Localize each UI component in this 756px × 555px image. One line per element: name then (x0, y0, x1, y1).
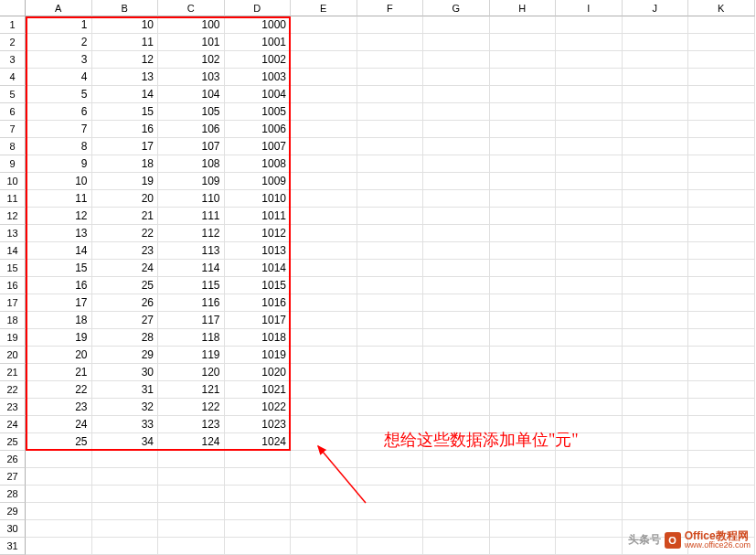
cell[interactable]: 19 (92, 173, 159, 190)
cell[interactable]: 112 (158, 225, 225, 242)
cell[interactable]: 22 (26, 381, 92, 399)
column-header[interactable]: E (291, 0, 357, 16)
cell[interactable]: 11 (92, 34, 159, 51)
cell[interactable] (26, 538, 92, 555)
cell[interactable] (490, 69, 557, 86)
cell[interactable] (688, 364, 755, 381)
cell[interactable] (291, 381, 357, 399)
cell[interactable] (623, 242, 689, 260)
cell[interactable] (357, 277, 424, 294)
cell[interactable] (291, 16, 357, 34)
cell[interactable] (490, 451, 557, 468)
cell[interactable]: 1003 (225, 69, 292, 86)
cell[interactable] (556, 190, 623, 208)
column-header[interactable]: A (26, 0, 92, 16)
cell[interactable] (291, 138, 357, 155)
cell[interactable] (688, 486, 755, 503)
cell[interactable] (490, 190, 557, 208)
cell[interactable] (357, 69, 424, 86)
cell[interactable] (357, 51, 424, 69)
row-header[interactable]: 25 (0, 433, 26, 451)
cell[interactable] (490, 86, 557, 103)
cell[interactable] (26, 503, 92, 520)
column-header[interactable]: D (225, 0, 292, 16)
cell[interactable] (423, 381, 490, 399)
cell[interactable] (688, 51, 755, 69)
cell[interactable] (291, 86, 357, 103)
cell[interactable] (291, 173, 357, 190)
cell[interactable]: 5 (26, 86, 92, 103)
cell[interactable]: 1024 (225, 433, 292, 451)
cell[interactable] (357, 329, 424, 347)
cell[interactable]: 29 (92, 347, 159, 364)
cell[interactable] (556, 34, 623, 51)
cell[interactable]: 12 (92, 51, 159, 69)
cell[interactable]: 25 (92, 277, 159, 294)
cell[interactable] (291, 121, 357, 138)
cell[interactable] (490, 312, 557, 329)
cell[interactable] (556, 51, 623, 69)
cell[interactable] (423, 155, 490, 173)
cell[interactable] (225, 538, 292, 555)
cell[interactable]: 10 (92, 16, 159, 34)
cell[interactable] (158, 503, 225, 520)
cell[interactable]: 1022 (225, 399, 292, 416)
cell[interactable]: 28 (92, 329, 159, 347)
cell[interactable]: 17 (92, 138, 159, 155)
cell[interactable]: 19 (26, 329, 92, 347)
cell[interactable] (357, 294, 424, 312)
cell[interactable] (490, 51, 557, 69)
cell[interactable]: 10 (26, 173, 92, 190)
cell[interactable] (556, 138, 623, 155)
cell[interactable] (556, 538, 623, 555)
cell[interactable]: 1005 (225, 103, 292, 121)
cell[interactable]: 124 (158, 433, 225, 451)
cell[interactable] (423, 138, 490, 155)
cell[interactable] (688, 155, 755, 173)
cell[interactable] (92, 538, 159, 555)
row-header[interactable]: 2 (0, 34, 26, 51)
cell[interactable] (490, 34, 557, 51)
cell[interactable] (688, 468, 755, 486)
cell[interactable] (556, 486, 623, 503)
row-header[interactable]: 30 (0, 520, 26, 538)
cell[interactable]: 18 (26, 312, 92, 329)
cell[interactable] (490, 329, 557, 347)
cell[interactable] (688, 503, 755, 520)
cell[interactable]: 1014 (225, 260, 292, 277)
cell[interactable] (26, 468, 92, 486)
cell[interactable] (490, 260, 557, 277)
cell[interactable] (623, 16, 689, 34)
cell[interactable]: 30 (92, 364, 159, 381)
cell[interactable]: 1019 (225, 347, 292, 364)
row-header[interactable]: 26 (0, 451, 26, 468)
cell[interactable] (291, 225, 357, 242)
cell[interactable] (688, 329, 755, 347)
cell[interactable] (556, 260, 623, 277)
column-header[interactable]: I (556, 0, 623, 16)
cell[interactable]: 24 (26, 416, 92, 433)
row-header[interactable]: 21 (0, 364, 26, 381)
cell[interactable] (423, 16, 490, 34)
cell[interactable]: 1006 (225, 121, 292, 138)
cell[interactable]: 16 (92, 121, 159, 138)
cell[interactable] (423, 34, 490, 51)
cell[interactable] (556, 503, 623, 520)
cell[interactable] (688, 312, 755, 329)
cell[interactable] (26, 520, 92, 538)
cell[interactable]: 109 (158, 173, 225, 190)
cell[interactable]: 100 (158, 16, 225, 34)
cell[interactable] (688, 416, 755, 433)
row-header[interactable]: 15 (0, 260, 26, 277)
cell[interactable]: 13 (92, 69, 159, 86)
cell[interactable] (556, 208, 623, 225)
cell[interactable]: 1013 (225, 242, 292, 260)
cell[interactable] (623, 173, 689, 190)
corner-cell[interactable] (0, 0, 26, 16)
row-header[interactable]: 19 (0, 329, 26, 347)
cell[interactable]: 123 (158, 416, 225, 433)
cell[interactable]: 103 (158, 69, 225, 86)
cell[interactable]: 1012 (225, 225, 292, 242)
cell[interactable] (556, 520, 623, 538)
cell[interactable] (556, 225, 623, 242)
